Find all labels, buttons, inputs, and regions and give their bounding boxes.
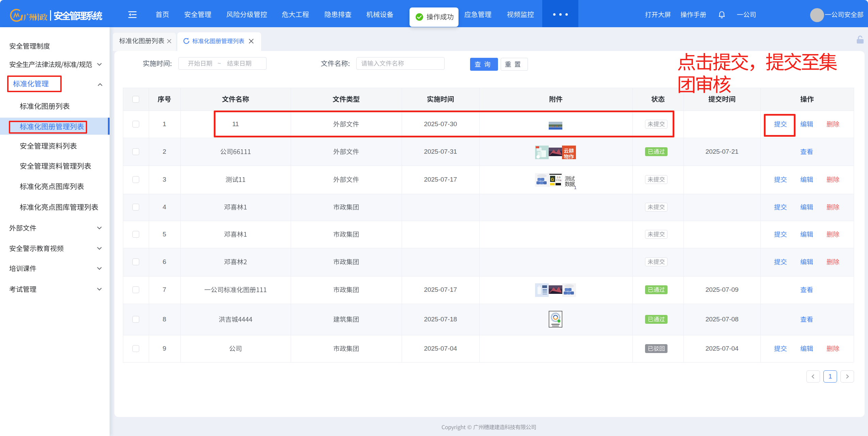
svg-text:G: G xyxy=(551,177,554,182)
svg-text:77%: 77% xyxy=(556,179,561,182)
svg-text:2.0: 2.0 xyxy=(557,176,561,179)
